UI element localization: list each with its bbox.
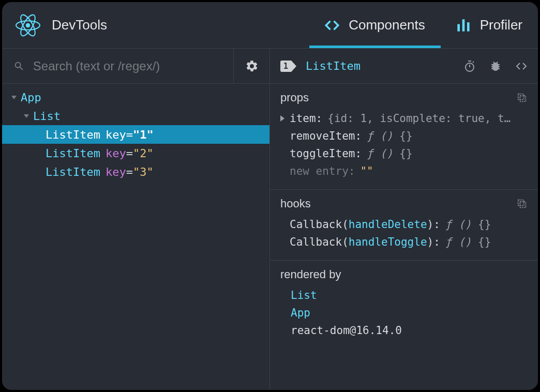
prop-removeItem[interactable]: removeItem: ƒ () {} bbox=[280, 127, 528, 145]
prop-new-entry[interactable]: new entry: "" bbox=[280, 162, 528, 180]
svg-rect-12 bbox=[518, 94, 524, 100]
settings-button[interactable] bbox=[233, 49, 269, 83]
prop-toggleItem[interactable]: toggleItem: ƒ () {} bbox=[280, 145, 528, 162]
view-source-icon[interactable] bbox=[515, 60, 528, 72]
tree-pane: App List ListItem key="1" ListItem key="… bbox=[2, 49, 270, 390]
tabs: Components Profiler bbox=[309, 2, 538, 48]
tree-node-listitem-2[interactable]: ListItem key="2" bbox=[2, 144, 269, 162]
hook-callback-1[interactable]: Callback(handleDelete): ƒ () {} bbox=[280, 216, 528, 233]
bars-icon bbox=[456, 18, 471, 33]
tab-components[interactable]: Components bbox=[309, 2, 440, 48]
stopwatch-icon[interactable] bbox=[463, 60, 476, 72]
tree-node-list[interactable]: List bbox=[2, 107, 269, 125]
body: App List ListItem key="1" ListItem key="… bbox=[2, 49, 538, 390]
copy-icon[interactable] bbox=[516, 198, 528, 209]
svg-line-10 bbox=[473, 62, 474, 63]
rendered-by-heading: rendered by bbox=[280, 268, 528, 281]
rendered-by-list[interactable]: List bbox=[280, 287, 528, 304]
rendered-by-reactdom: react-dom@16.14.0 bbox=[280, 322, 528, 339]
tree-node-listitem-1[interactable]: ListItem key="1" bbox=[2, 125, 269, 144]
id-badge: 1 bbox=[280, 61, 296, 72]
prop-item[interactable]: item: {id: 1, isComplete: true, t… bbox=[280, 110, 528, 127]
rendered-by-app[interactable]: App bbox=[280, 304, 528, 322]
search-row bbox=[2, 49, 269, 84]
react-logo-icon bbox=[16, 13, 40, 38]
code-brackets-icon bbox=[325, 18, 339, 33]
tab-profiler-label: Profiler bbox=[480, 17, 522, 33]
tab-components-label: Components bbox=[349, 17, 425, 33]
svg-point-0 bbox=[26, 23, 31, 27]
hook-callback-2[interactable]: Callback(handleToggle): ƒ () {} bbox=[280, 233, 528, 251]
brand: DevTools bbox=[2, 13, 309, 38]
brand-title: DevTools bbox=[52, 17, 107, 33]
detail-header: 1 ListItem bbox=[270, 49, 538, 84]
props-heading: props bbox=[280, 91, 528, 104]
svg-rect-5 bbox=[462, 19, 464, 31]
devtools-window: DevTools Components Profiler bbox=[1, 1, 539, 391]
caret-right-icon bbox=[280, 115, 284, 122]
tree-node-app[interactable]: App bbox=[2, 88, 269, 107]
caret-down-icon bbox=[11, 96, 17, 99]
gear-icon bbox=[245, 59, 259, 73]
search-box bbox=[2, 59, 233, 73]
props-section: props item: {id: 1, isComplete: true, t…… bbox=[270, 84, 538, 190]
component-tree: App List ListItem key="1" ListItem key="… bbox=[2, 84, 269, 181]
rendered-by-section: rendered by List App react-dom@16.14.0 bbox=[270, 261, 538, 349]
search-icon bbox=[13, 60, 25, 72]
svg-rect-6 bbox=[467, 22, 470, 31]
hooks-section: hooks Callback(handleDelete): ƒ () {} Ca… bbox=[270, 190, 538, 261]
caret-down-icon bbox=[24, 114, 29, 118]
svg-rect-4 bbox=[457, 24, 460, 31]
titlebar: DevTools Components Profiler bbox=[2, 2, 538, 49]
svg-rect-13 bbox=[520, 202, 526, 207]
tab-profiler[interactable]: Profiler bbox=[441, 2, 538, 48]
svg-rect-11 bbox=[520, 96, 526, 101]
hooks-heading: hooks bbox=[280, 197, 528, 210]
copy-icon[interactable] bbox=[516, 92, 528, 103]
search-input[interactable] bbox=[33, 59, 233, 73]
tree-node-listitem-3[interactable]: ListItem key="3" bbox=[2, 162, 269, 181]
bug-icon[interactable] bbox=[489, 60, 502, 72]
selected-component-name: ListItem bbox=[306, 59, 450, 72]
detail-pane: 1 ListItem props bbox=[270, 49, 538, 390]
svg-rect-14 bbox=[518, 200, 524, 206]
